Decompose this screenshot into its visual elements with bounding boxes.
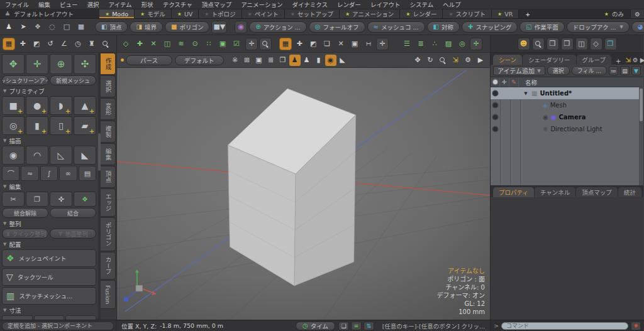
filter-icon[interactable]: ▼ xyxy=(631,66,641,75)
image-icon[interactable]: ▨ xyxy=(442,38,455,50)
filter-button[interactable]: フィル ... xyxy=(572,66,607,75)
sphere-primitive-icon[interactable]: ●＋ xyxy=(26,96,48,115)
layout-tab-スクリプト[interactable]: ★スクリプト xyxy=(443,9,492,18)
preview-sphere-icon[interactable] xyxy=(532,38,545,50)
menu-選択[interactable]: 選択 xyxy=(87,0,99,9)
mesh-constraint-button[interactable]: ≈メッシュコ ... xyxy=(367,21,425,33)
curve-tool-icon[interactable]: ≈ xyxy=(21,166,38,181)
spiral-tool-icon[interactable]: ◉ xyxy=(2,146,25,165)
viewport-3d[interactable]: アイテムなし ポリゴン : 面チャンネル: 0デフォーマ: オンGL: 1210… xyxy=(117,68,490,320)
move-tool-icon[interactable]: ✚ xyxy=(16,38,29,50)
gl-cube-icon[interactable]: ◇ xyxy=(119,38,132,50)
render-button[interactable]: ◕レンダー xyxy=(631,21,644,33)
falloff-button[interactable]: ◎フォールオフ xyxy=(309,21,365,33)
sidebar-button[interactable]: メッシュクリーンアッ... xyxy=(2,75,48,85)
panel-settings-icon[interactable]: ⚙ xyxy=(633,57,638,63)
tab-シェーダツリー[interactable]: シェーダツリー xyxy=(523,55,576,65)
merge-tool-icon[interactable]: ❖ xyxy=(74,192,96,207)
mesh-pair-a-icon[interactable]: ❒ xyxy=(547,38,559,50)
cube-primitive-icon[interactable]: ■＋ xyxy=(2,96,25,115)
menu-ダイナミクス[interactable]: ダイナミクス xyxy=(292,0,328,9)
layout-tab-トポロジ[interactable]: ★トポロジ xyxy=(199,9,242,18)
vertical-tab-選択[interactable]: 選択 xyxy=(101,75,116,97)
menu-形状[interactable]: 形状 xyxy=(142,0,153,9)
shade-mode-icon[interactable]: ※ xyxy=(230,55,241,66)
viewport-menu-デフォルト[interactable]: デフォルト xyxy=(175,55,224,65)
magnifier-icon[interactable] xyxy=(99,38,112,50)
action-button[interactable]: 統合解除 xyxy=(2,208,48,218)
vertical-tab-編集[interactable]: 編集 xyxy=(101,143,116,165)
multi-select-icon[interactable]: ❖ xyxy=(31,21,44,33)
tabbar-gear-icon[interactable]: ⚙ xyxy=(630,9,644,18)
tab-グループ[interactable]: グループ xyxy=(577,55,611,65)
layout-tab-VR[interactable]: ★VR xyxy=(492,9,519,18)
preset-monkey-icon[interactable]: ☻ xyxy=(518,38,530,50)
points-icon[interactable]: ∴ xyxy=(428,38,441,50)
workplane-button[interactable]: ◱作業平面 xyxy=(519,21,564,33)
vertex-mode-button[interactable]: ◧頂点 xyxy=(95,21,128,33)
menu-アニメーション[interactable]: アニメーション xyxy=(241,0,282,9)
arc-tool-icon[interactable]: ⌒ xyxy=(2,166,19,181)
quad-view-icon[interactable]: ⊞ xyxy=(242,55,253,66)
plane-primitive-icon[interactable]: ▰＋ xyxy=(74,116,96,135)
mesh-tool-icon[interactable]: ▦ xyxy=(3,38,15,50)
symmetry-button[interactable]: ◧対称 xyxy=(427,21,460,33)
tree-item-Mesh[interactable]: ◈Mesh xyxy=(491,99,643,111)
gl-check-icon[interactable]: ☑ xyxy=(230,38,243,50)
menu-テクスチャ[interactable]: テクスチャ xyxy=(163,0,192,9)
item-cut-icon[interactable]: ✕ xyxy=(335,38,347,50)
text-tool-icon[interactable]: ▤ xyxy=(79,166,96,181)
bezier-tool-icon[interactable]: ◣ xyxy=(74,146,96,165)
zoom-view-icon[interactable] xyxy=(437,55,448,66)
stamp-tool-icon[interactable]: ♜ xyxy=(86,38,98,50)
item-camera-icon[interactable]: ▣ xyxy=(348,38,361,50)
layout-tab-ペイント[interactable]: ★ペイント xyxy=(242,9,285,18)
mode-dropdown[interactable]: ■▼ xyxy=(211,21,227,33)
layout-tab-レンダー[interactable]: ★レンダー xyxy=(400,9,443,18)
add-ruler-button[interactable]: 定規を追加 - 選択コンポーネント xyxy=(2,322,114,330)
mesh-paint-button[interactable]: ❖メッシュペイント xyxy=(2,249,96,267)
item-add-icon[interactable]: ✛ xyxy=(376,38,389,50)
sidebar-button[interactable]: 新規メッシュ xyxy=(50,75,96,85)
gl-curves-icon[interactable]: ≋ xyxy=(175,38,187,50)
layout-tab-モデル[interactable]: ★モデル xyxy=(135,9,172,18)
disabled-button[interactable]: ▼地面整列 xyxy=(50,229,96,239)
tab-シーン[interactable]: シーン xyxy=(493,55,522,65)
menu-ビュー[interactable]: ビュー xyxy=(60,0,78,9)
section-header-描画[interactable]: ▼描画 xyxy=(2,136,96,144)
pan-view-icon[interactable]: ✥ xyxy=(412,55,423,66)
vertical-tab-ポリゴン[interactable]: ポリゴン xyxy=(101,217,116,251)
section-header-配置[interactable]: ▼配置 xyxy=(2,240,96,248)
protractor-tool-icon[interactable]: ◗ xyxy=(34,315,65,320)
tab-プロパティ[interactable]: プロパティ xyxy=(493,187,534,197)
item-select-icon[interactable]: ◩ xyxy=(307,38,319,50)
auto-select-icon[interactable]: ➤ xyxy=(17,21,30,33)
section-header-寸法[interactable]: ▼寸法 xyxy=(2,306,96,314)
add-layout-tab-button[interactable]: + xyxy=(519,9,536,18)
sketch-tool-icon[interactable]: ∞ xyxy=(59,166,77,181)
scale-axis-icon[interactable]: ✣ xyxy=(74,54,96,74)
vertical-tab-カーブ[interactable]: カーブ xyxy=(101,252,116,280)
expander-icon[interactable]: ▼ xyxy=(523,91,529,96)
rotate-tool-icon[interactable]: ↺ xyxy=(44,38,57,50)
tack-tool-button[interactable]: ▽タックツール xyxy=(2,268,96,286)
polygon-mode-button[interactable]: ■ポリゴン xyxy=(165,21,209,33)
list-green-icon[interactable]: ≡ xyxy=(351,322,362,330)
eye-icon[interactable] xyxy=(491,111,500,123)
overlay-icon[interactable]: ❐ xyxy=(277,55,289,66)
layout-switcher[interactable]: ≜ デフォルトレイアウト xyxy=(0,9,99,18)
menu-頂点マップ[interactable]: 頂点マップ xyxy=(202,0,232,9)
corner-shade-icon[interactable]: ◣ xyxy=(337,55,348,66)
vertical-tab-変形[interactable]: 変形 xyxy=(101,98,116,120)
item-cube-icon[interactable]: ▦ xyxy=(279,38,292,50)
item-add-dropdown[interactable]: アイテム追加 ▼ xyxy=(493,66,545,75)
vertical-tab-Fusion[interactable]: Fusion xyxy=(101,280,116,309)
pen-tool-icon[interactable]: ◺ xyxy=(50,146,72,165)
cone-primitive-icon[interactable]: ▲＋ xyxy=(74,96,96,115)
section-header-整列[interactable]: ▼整列 xyxy=(2,219,96,227)
tab-チャンネル[interactable]: チャンネル xyxy=(535,187,575,197)
rotation-ring-icon[interactable]: ◉ xyxy=(325,55,336,66)
rotate-sphere-icon[interactable]: ⊕ xyxy=(50,54,72,74)
viewport-settings-icon[interactable]: ⚙ xyxy=(462,55,474,66)
menu-編集[interactable]: 編集 xyxy=(38,0,50,9)
